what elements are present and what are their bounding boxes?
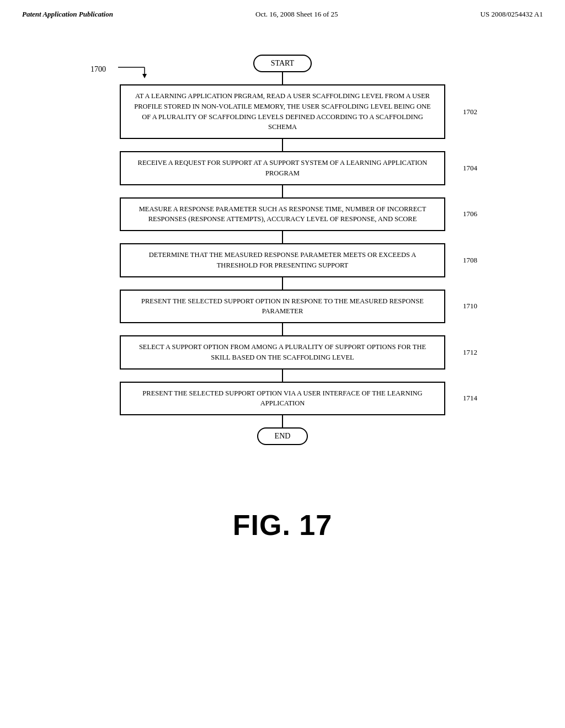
step-1706-box: MEASURE A RESPONSE PARAMETER SUCH AS RES… [120,197,445,232]
step-1714-label: 1714 [463,394,477,403]
step-1706-text: MEASURE A RESPONSE PARAMETER SUCH AS RES… [139,205,427,223]
header-publication-type: Patent Application Publication [22,10,113,19]
step-1702-wrapper: AT A LEARNING APPLICATION PRGRAM, READ A… [120,84,445,139]
step-1702-label: 1702 [463,108,477,116]
step-1708-wrapper: DETERMINE THAT THE MEASURED RESPONSE PAR… [120,243,445,277]
connector-8 [282,415,283,427]
step-1712-label: 1712 [463,348,477,357]
step-1704-label: 1704 [463,164,477,173]
step-1714-text: PRESENT THE SELECTED SUPPORT OPTION VIA … [142,389,422,408]
step-1704-text: RECEIVE A REQUEST FOR SUPPORT AT A SUPPO… [138,159,428,177]
step-1702-text: AT A LEARNING APPLICATION PRGRAM, READ A… [134,92,430,131]
step-1712-box: SELECT A SUPPORT OPTION FROM AMONG A PLU… [120,335,445,370]
step-1704-box: RECEIVE A REQUEST FOR SUPPORT AT A SUPPO… [120,151,445,185]
start-oval-container: START [89,55,476,72]
step-1708-text: DETERMINE THAT THE MEASURED RESPONSE PAR… [149,251,417,269]
start-oval: START [253,55,312,72]
step-1714-wrapper: PRESENT THE SELECTED SUPPORT OPTION VIA … [120,382,445,416]
fig-label-container: FIG. 17 [0,475,565,542]
flowchart-diagram: 1700 START AT A LEARNING APPLICATION PRG… [89,46,476,445]
step-1710-wrapper: PRESENT THE SELECTED SUPPORT OPTION IN R… [120,290,445,324]
connector-4 [282,231,283,243]
main-content: 1700 START AT A LEARNING APPLICATION PRG… [0,24,565,445]
step-1708-label: 1708 [463,256,477,265]
connector-7 [282,370,283,382]
step-1712-text: SELECT A SUPPORT OPTION FROM AMONG A PLU… [139,343,426,361]
flow-section: AT A LEARNING APPLICATION PRGRAM, READ A… [89,72,476,445]
connector-1 [282,72,283,84]
step-1714-box: PRESENT THE SELECTED SUPPORT OPTION VIA … [120,382,445,416]
step-1710-box: PRESENT THE SELECTED SUPPORT OPTION IN R… [120,290,445,324]
connector-2 [282,139,283,151]
step-1706-label: 1706 [463,210,477,218]
step-1702-box: AT A LEARNING APPLICATION PRGRAM, READ A… [120,84,445,139]
header-patent-number: US 2008/0254432 A1 [481,10,543,19]
step-1708-box: DETERMINE THAT THE MEASURED RESPONSE PAR… [120,243,445,277]
step-1710-text: PRESENT THE SELECTED SUPPORT OPTION IN R… [141,297,424,315]
header-date-sheet: Oct. 16, 2008 Sheet 16 of 25 [255,10,338,19]
fig-label: FIG. 17 [233,508,332,542]
page-header: Patent Application Publication Oct. 16, … [0,0,565,24]
step-1710-label: 1710 [463,302,477,311]
step-1704-wrapper: RECEIVE A REQUEST FOR SUPPORT AT A SUPPO… [120,151,445,185]
connector-5 [282,277,283,290]
step-1712-wrapper: SELECT A SUPPORT OPTION FROM AMONG A PLU… [120,335,445,370]
connector-6 [282,323,283,335]
step-1706-wrapper: MEASURE A RESPONSE PARAMETER SUCH AS RES… [120,197,445,232]
connector-3 [282,185,283,197]
end-oval: END [257,427,308,445]
